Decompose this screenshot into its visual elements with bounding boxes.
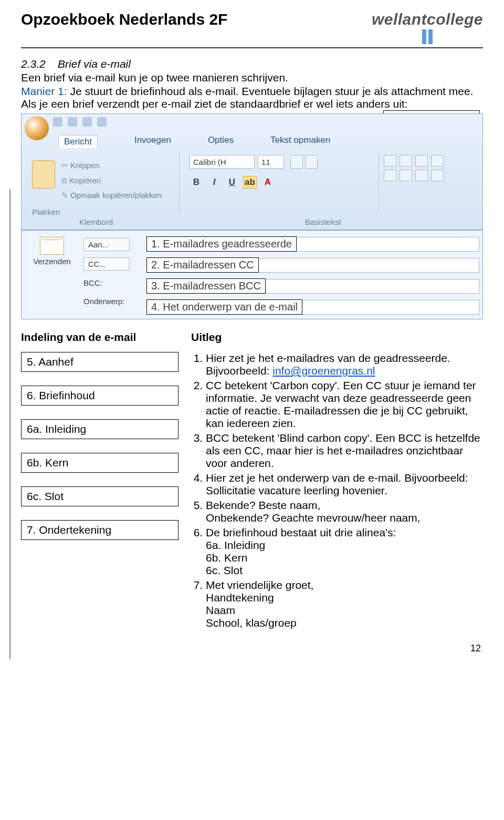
font-group: Calibri (H 11 xyxy=(190,155,368,169)
font-color-icon[interactable]: A xyxy=(261,176,275,189)
cc-button[interactable]: CC... xyxy=(83,257,130,271)
italic-button[interactable]: I xyxy=(207,176,221,189)
copy-button[interactable]: Kopiëren xyxy=(61,176,101,185)
list-item: Hier zet je het onderwerp van de e-mail.… xyxy=(206,472,483,497)
font-size-dropdown[interactable]: 11 xyxy=(258,155,284,169)
intro-block: 2.3.2 Brief via e-mail Een brief via e-m… xyxy=(21,58,483,110)
group-divider xyxy=(179,152,180,214)
align-right-icon[interactable] xyxy=(415,170,428,181)
page-number: 12 xyxy=(21,643,483,654)
sort-icon[interactable] xyxy=(431,155,444,167)
section-title: Brief via e-mail xyxy=(58,58,131,70)
tab-bericht[interactable]: Bericht xyxy=(58,135,98,148)
numbering-icon[interactable] xyxy=(400,155,412,167)
outlook-ribbon-illustration: Gaat automatisch: Afzender Datum Bericht… xyxy=(21,113,483,319)
bcc-label: BCC: xyxy=(83,277,141,289)
uitleg-7d: School, klas/groep xyxy=(206,617,483,629)
align-left-icon[interactable] xyxy=(384,170,396,181)
list-item: CC betekent 'Carbon copy'. Een CC stuur … xyxy=(206,379,483,430)
shrink-font-icon[interactable] xyxy=(305,155,318,169)
uitleg-7b: Handtekening xyxy=(206,591,483,604)
method-1-text: Je stuurt de briefinhoud als e-mail. Eve… xyxy=(21,85,473,110)
right-col-head: Uitleg xyxy=(191,331,483,344)
box-briefinhoud: 6. Briefinhoud xyxy=(21,386,178,406)
group-divider xyxy=(379,152,379,214)
uitleg-5b: Onbekende? Geachte mevrouw/heer naam, xyxy=(206,512,421,524)
paste-icon[interactable] xyxy=(32,160,55,189)
tab-invoegen[interactable]: Invoegen xyxy=(134,135,171,148)
callout-to: 1. E-mailadres geadresseerde xyxy=(146,236,297,252)
qat-redo-icon[interactable] xyxy=(82,117,92,127)
callout-bcc: 3. E-mailadressen BCC xyxy=(146,278,266,294)
align-center-icon[interactable] xyxy=(400,170,412,181)
box-ondertekening: 7. Ondertekening xyxy=(21,520,178,540)
uitleg-list: Hier zet je het e-mailadres van de geadr… xyxy=(191,352,483,629)
callout-cc: 2. E-mailadressen CC xyxy=(146,257,259,273)
format-painter-button[interactable]: Opmaak kopiëren/plakken xyxy=(61,191,162,200)
list-item: Met vriendelijke groet, Handtekening Naa… xyxy=(206,579,483,629)
group-label-klembord: Klembord xyxy=(79,217,113,226)
explanation-table: Indeling van de e-mail 5. Aanhef 6. Brie… xyxy=(21,331,483,631)
to-button[interactable]: Aan... xyxy=(83,238,130,251)
paragraph-group xyxy=(384,155,478,184)
uitleg-7a: Met vriendelijke groet, xyxy=(206,579,313,591)
uitleg-6a: 6a. Inleiding xyxy=(206,539,483,552)
page-header: Opzoekboek Nederlands 2F wellantcollege xyxy=(21,11,483,48)
group-label-basistekst: Basistekst xyxy=(305,217,341,226)
qat-save-icon[interactable] xyxy=(53,117,62,127)
ribbon-tabs: Bericht Invoegen Opties Tekst opmaken xyxy=(58,135,330,148)
box-kern: 6b. Kern xyxy=(21,453,178,473)
uitleg-6c: 6c. Slot xyxy=(206,564,483,577)
tab-opties[interactable]: Opties xyxy=(208,135,234,148)
callout-subject: 4. Het onderwerp van de e-mail xyxy=(146,299,302,315)
uitleg-5a: Bekende? Beste naam, xyxy=(206,499,320,511)
send-button[interactable]: Verzenden xyxy=(26,257,78,266)
list-item: Hier zet je het e-mailadres van de geadr… xyxy=(206,352,483,377)
list-item: De briefinhoud bestaat uit drie alinea's… xyxy=(206,526,483,577)
paste-label: Plakken xyxy=(32,207,60,216)
uitleg-6b: 6b. Kern xyxy=(206,552,483,564)
qat-undo-icon[interactable] xyxy=(68,117,77,127)
brand-name: wellantcollege xyxy=(372,11,483,28)
section-number: 2.3.2 xyxy=(21,58,46,70)
left-margin-rule xyxy=(9,189,10,659)
bullets-icon[interactable] xyxy=(384,155,396,167)
font-name-dropdown[interactable]: Calibri (H xyxy=(190,155,255,169)
list-item: Bekende? Beste naam, Onbekende? Geachte … xyxy=(206,499,483,524)
box-aanhef: 5. Aanhef xyxy=(21,352,178,372)
cut-button[interactable]: Knippen xyxy=(61,161,99,170)
highlight-icon[interactable]: ab xyxy=(243,176,257,189)
grow-font-icon[interactable] xyxy=(290,155,303,169)
method-1-label: Manier 1: xyxy=(21,85,67,97)
compose-pane: Verzenden Aan... CC... BCC: Onderwerp: 1… xyxy=(21,230,483,319)
quick-access-toolbar xyxy=(53,117,107,127)
left-col-head: Indeling van de e-mail xyxy=(21,331,178,344)
uitleg-7c: Naam xyxy=(206,604,483,617)
brand-logo-bars xyxy=(372,29,483,44)
list-item: BCC betekent 'Blind carbon copy'. Een BC… xyxy=(206,432,483,470)
intro-line: Een brief via e-mail kun je op twee mani… xyxy=(21,71,483,84)
qat-dropdown-icon[interactable] xyxy=(97,117,107,127)
ribbon: Bericht Invoegen Opties Tekst opmaken Pl… xyxy=(21,113,483,230)
font-style-buttons: B I U ab A xyxy=(190,176,275,189)
envelope-icon xyxy=(40,237,64,255)
doc-title: Opzoekboek Nederlands 2F xyxy=(21,11,227,28)
bold-button[interactable]: B xyxy=(190,176,203,189)
underline-button[interactable]: U xyxy=(225,176,239,189)
box-inleiding: 6a. Inleiding xyxy=(21,419,178,439)
brand: wellantcollege xyxy=(372,11,483,44)
example-email-link[interactable]: info@groenengras.nl xyxy=(272,365,375,377)
uitleg-6: De briefinhoud bestaat uit drie alinea's… xyxy=(206,526,396,538)
subject-label: Onderwerp: xyxy=(83,295,141,307)
box-slot: 6c. Slot xyxy=(21,486,178,506)
multilevel-icon[interactable] xyxy=(415,155,428,167)
office-orb-icon[interactable] xyxy=(25,116,49,140)
indent-icon[interactable] xyxy=(431,170,444,181)
tab-tekst-opmaken[interactable]: Tekst opmaken xyxy=(270,135,330,148)
